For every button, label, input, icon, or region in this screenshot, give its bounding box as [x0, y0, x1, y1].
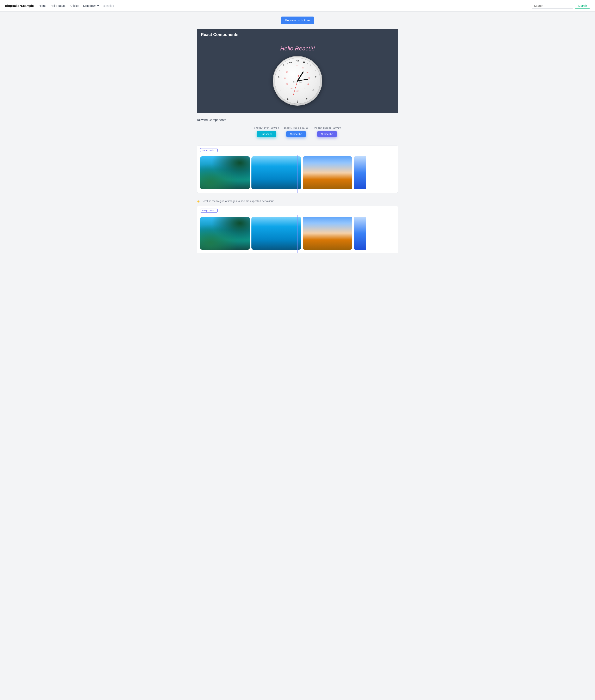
svg-text:24: 24 [296, 65, 299, 67]
svg-text:3: 3 [312, 88, 314, 91]
main-content: Popover on bottom React Components Hello… [193, 11, 402, 263]
tailwind-section-title: Tailwind Components [197, 118, 398, 122]
svg-text:17: 17 [303, 88, 305, 90]
snap-point-badge-1: snap point [200, 148, 218, 152]
clock-container: 12 1 2 3 4 5 6 7 8 9 10 11 24 [273, 56, 322, 106]
snap-image-2-1 [200, 217, 250, 250]
snap-image-1-4 [354, 156, 366, 189]
snap-image-1-3 [303, 156, 352, 189]
react-section-body: Hello React!!! 12 1 2 3 4 5 6 7 8 [197, 40, 398, 113]
shadow-label-indigo: shadow-indigo-500/50 [313, 127, 341, 129]
svg-text:2: 2 [315, 76, 316, 79]
hand-scroll-icon: 👆 [197, 199, 200, 203]
subscribe-col-indigo: shadow-indigo-500/50 Subscribe [313, 127, 341, 137]
svg-text:14: 14 [306, 71, 308, 73]
svg-text:23: 23 [286, 71, 288, 73]
svg-text:8: 8 [278, 76, 280, 79]
svg-text:19: 19 [290, 88, 292, 90]
nav-link-disabled: Disabled [103, 4, 114, 7]
svg-line-26 [315, 70, 316, 71]
svg-text:20: 20 [286, 83, 288, 85]
svg-text:22: 22 [284, 77, 287, 79]
snap-images-scroll-1[interactable] [197, 155, 398, 193]
svg-point-40 [297, 80, 298, 82]
snap-section-1: snap point [197, 145, 398, 193]
svg-line-25 [307, 62, 308, 64]
clock-svg: 12 1 2 3 4 5 6 7 8 9 10 11 24 [273, 57, 322, 105]
subscribe-buttons: shadow-cyan-500/50 Subscribe shadow-blue… [197, 125, 398, 141]
search-form: Search [532, 3, 590, 9]
svg-line-28 [315, 91, 316, 91]
subscribe-button-cyan[interactable]: Subscribe [257, 131, 276, 137]
svg-line-29 [307, 98, 308, 99]
hello-react-title: Hello React!!! [280, 45, 315, 52]
snap-image-1-1 [200, 156, 250, 189]
subscribe-col-blue: shadow-blue-500/50 Subscribe [284, 127, 308, 137]
snap-image-2-2 [251, 217, 301, 250]
nav-link-articles[interactable]: Articles [69, 4, 79, 7]
snap-section-2: snap point [197, 206, 398, 253]
snap-images-scroll-2[interactable] [197, 215, 398, 253]
popover-button[interactable]: Popover on bottom [281, 17, 314, 24]
tailwind-section: Tailwind Components shadow-cyan-500/50 S… [197, 118, 398, 141]
svg-text:10: 10 [289, 60, 292, 63]
dropdown-arrow-icon: ▾ [97, 4, 99, 7]
react-section: React Components Hello React!!! 12 1 2 3… [197, 29, 398, 113]
svg-text:9: 9 [283, 64, 284, 67]
nav-link-dropdown[interactable]: Dropdown ▾ [83, 4, 99, 7]
nav-link-home[interactable]: Home [39, 4, 46, 7]
react-section-header: React Components [197, 29, 398, 40]
svg-line-34 [279, 70, 280, 71]
svg-text:4: 4 [306, 98, 307, 101]
snap-images-wrapper-1 [197, 155, 398, 193]
snap-image-2-4 [354, 217, 366, 250]
shadow-label-cyan: shadow-cyan-500/50 [254, 127, 279, 129]
subscribe-button-indigo[interactable]: Subscribe [317, 131, 337, 137]
svg-text:11: 11 [303, 60, 305, 63]
react-section-title: React Components [201, 32, 394, 37]
subscribe-col-cyan: shadow-cyan-500/50 Subscribe [254, 127, 279, 137]
snap-image-2-3 [303, 217, 352, 250]
svg-line-35 [287, 62, 288, 64]
search-input[interactable] [532, 3, 573, 9]
svg-line-37 [298, 79, 308, 81]
svg-text:6: 6 [287, 98, 289, 101]
svg-text:18: 18 [296, 90, 299, 92]
nav-link-hello-react[interactable]: Hello React [51, 4, 65, 7]
snap-point-badge-2: snap point [200, 209, 218, 213]
shadow-label-blue: shadow-blue-500/50 [284, 127, 308, 129]
search-button[interactable]: Search [575, 3, 590, 9]
navbar: BlogRails7Example Home Hello React Artic… [0, 0, 595, 11]
snap-images-wrapper-2 [197, 215, 398, 253]
svg-text:1: 1 [310, 64, 311, 67]
scroll-hint-text: Scroll in the tw-grid of images to see t… [202, 199, 274, 203]
scroll-hint: 👆 Scroll in the tw-grid of images to see… [197, 198, 398, 206]
clock-face: 12 1 2 3 4 5 6 7 8 9 10 11 24 [273, 56, 322, 106]
svg-text:7: 7 [280, 88, 282, 91]
snap-image-1-2 [251, 156, 301, 189]
navbar-brand[interactable]: BlogRails7Example [5, 4, 34, 7]
svg-line-38 [293, 81, 298, 95]
subscribe-button-blue[interactable]: Subscribe [286, 131, 306, 137]
navbar-links: Home Hello React Articles Dropdown ▾ Dis… [39, 4, 532, 7]
svg-text:16: 16 [307, 83, 309, 85]
svg-text:15: 15 [308, 77, 310, 79]
svg-text:13: 13 [302, 67, 304, 69]
